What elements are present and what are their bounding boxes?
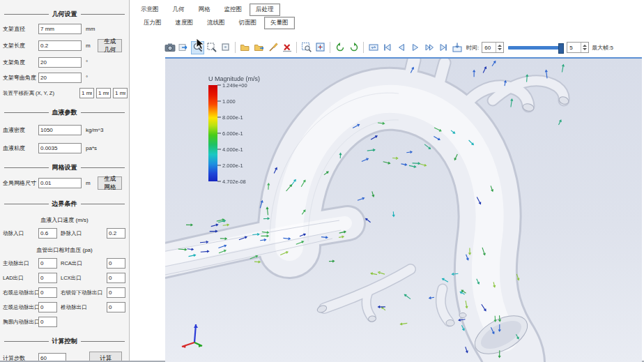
generate-geometry-button[interactable]: 生成几何 [98,39,122,52]
calculate-button[interactable]: 计算 [89,352,122,361]
form-row: 支架直径mm [3,24,126,34]
section-title: 网格设置 [52,163,77,172]
spin-arrows-icon[interactable] [496,43,503,52]
loop-animation-icon[interactable] [367,41,380,54]
tab-primary-5[interactable]: 后处理 [250,3,280,16]
field-label: 左颈总动脉出口 [3,304,38,311]
clear-view-icon[interactable] [266,41,279,54]
field-label: 支架角度 [3,59,38,66]
spin-arrows-icon[interactable] [581,43,588,52]
text-input[interactable] [38,228,57,239]
field-label: 静脉入口 [61,230,107,237]
tab-secondary-2[interactable]: 速度图 [169,17,200,29]
section-boundary: 边界条件血液入口速度 (m/s)动脉入口静脉入口血管出口相对血压 (pa)主动脉… [0,199,129,327]
save-animation-icon[interactable] [450,41,463,54]
section-header: 网格设置 [4,163,125,172]
text-input[interactable] [107,273,125,283]
tab-primary-2[interactable]: 几何 [167,3,191,16]
legend-title: U Magnitude (m/s) [208,75,260,82]
legend-tick: 2.000e-1 [217,163,243,169]
field-label: 全局网格尺寸 [3,179,38,187]
section-title: 计算控制 [52,337,77,346]
tick-mark [217,133,221,134]
text-input[interactable] [107,258,125,269]
field-label: 支架直径 [3,25,38,33]
field-label: 右颈总动脉出口 [3,289,38,296]
form-row: 动脉入口静脉入口 [3,228,126,239]
tab-secondary-5[interactable]: 矢量图 [264,17,295,29]
text-input[interactable] [38,178,82,188]
save-file-icon[interactable] [252,41,266,54]
text-input[interactable] [38,24,82,34]
time-slider[interactable] [508,46,562,50]
select-region-icon[interactable] [219,41,232,54]
text-input[interactable] [107,302,125,312]
tab-secondary-3[interactable]: 流线图 [201,17,231,29]
section-header: 边界条件 [4,199,125,209]
first-frame-icon[interactable] [381,41,394,54]
text-input[interactable] [38,302,57,312]
section-blood: 血液参数血液密度kg/m^3血液粘度pa*s [0,108,129,153]
text-input[interactable] [38,40,82,51]
zoom-to-data-icon[interactable] [300,41,313,54]
text-input[interactable] [96,88,111,98]
snapshot-camera-icon[interactable] [163,41,176,54]
unit-label: pa*s [86,145,108,151]
previous-frame-icon[interactable] [394,41,408,54]
open-file-icon[interactable] [238,41,252,54]
text-input[interactable] [38,73,82,83]
play-icon[interactable] [408,41,422,54]
section-header: 血液参数 [4,108,125,117]
rotate-cw-icon[interactable] [347,41,360,54]
tick-value: 8.000e-1 [222,114,243,121]
tab-secondary-1[interactable]: 压力图 [137,17,168,29]
viewport-3d[interactable]: U Magnitude (m/s) 1.249e+001.0008.000e-1… [165,57,642,362]
text-input[interactable] [38,317,57,327]
rotate-ccw-icon[interactable] [333,41,346,54]
reset-camera-icon[interactable] [314,41,327,54]
divider-line [4,341,49,342]
text-input[interactable] [38,125,82,135]
text-input[interactable] [107,228,125,239]
export-scene-icon[interactable] [177,41,190,54]
text-input[interactable] [113,88,128,98]
zoom-box-icon[interactable] [205,41,218,54]
text-input[interactable] [79,88,94,98]
toolbar-separator [296,42,297,53]
legend-tick: 1.249e+00 [217,82,247,89]
viewer-toolbar: 时间: 60 5 最大帧:5 [163,39,615,56]
section-header: 几何设置 [4,10,125,19]
tick-mark [217,149,221,150]
text-input[interactable] [38,353,66,361]
delete-object-icon[interactable] [280,41,293,54]
tab-secondary-4[interactable]: 切面图 [233,17,263,29]
field-label: 动脉入口 [3,230,38,237]
toolbar-separator [235,42,236,53]
field-label: 椎动脉出口 [61,304,107,311]
form-row: 左颈总动脉出口椎动脉出口 [3,302,126,312]
slider-handle[interactable] [558,43,564,54]
text-input[interactable] [38,273,57,283]
generate-mesh-button[interactable]: 生成网格 [98,176,122,190]
text-input[interactable] [38,287,57,298]
field-label: 血液粘度 [3,144,38,152]
legend-tick: 4.000e-1 [217,146,243,153]
text-input[interactable] [38,258,57,269]
text-input[interactable] [107,287,125,298]
text-input[interactable] [38,143,82,153]
form-row: 支架角度° [3,57,126,68]
frame-spinbox[interactable]: 5 [567,42,589,53]
legend-tick-labels: 1.249e+001.0008.000e-16.000e-14.000e-12.… [217,85,259,181]
text-input[interactable] [38,57,82,68]
tab-primary-4[interactable]: 监控图 [218,3,249,16]
next-frame-icon[interactable] [422,41,436,54]
tab-primary-3[interactable]: 网格 [192,3,217,16]
field-label: 血液密度 [3,126,38,134]
tab-primary-1[interactable]: 示意图 [135,3,165,16]
tick-mark [217,117,221,118]
divider-line [81,167,125,168]
section-header: 计算控制 [4,337,125,346]
divider-line [81,14,125,15]
time-spinbox[interactable]: 60 [482,42,504,53]
last-frame-icon[interactable] [436,41,450,54]
